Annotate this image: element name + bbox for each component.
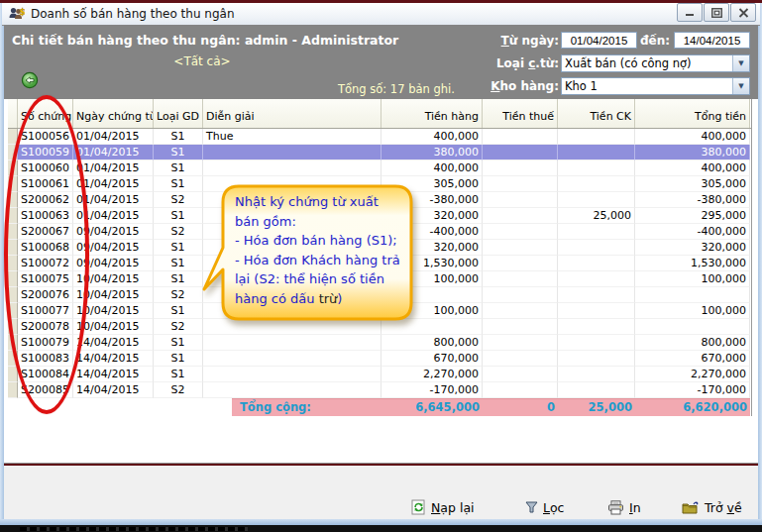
cell-discount [558,351,635,367]
chevron-down-icon: ▼ [732,55,749,71]
cell-type: S1 [154,335,203,351]
svg-text:$: $ [20,7,26,17]
cell-desc: Thue [203,129,381,145]
to-date-input[interactable] [674,32,750,49]
cell-total: -400,000 [635,224,750,240]
close-icon [738,8,749,18]
cell-tax [483,145,558,160]
chevron-down-icon: ▼ [732,78,749,94]
cell-discount [558,319,635,335]
cell-total: 305,000 [635,176,750,192]
close-button[interactable] [730,3,756,22]
back-circle-button[interactable] [21,71,39,89]
cell-total: 100,000 [635,271,750,287]
total-tax: 0 [483,399,558,416]
cell-tax [483,208,558,224]
cell-type: S1 [154,129,203,145]
doc-type-label: Loại c.từ: [470,56,559,70]
total-row: Tổng cộng: 6,645,000 0 25,000 6,620,000 [8,398,751,416]
cell-type: S1 [154,145,203,160]
cell-total: 380,000 [635,145,750,160]
table-row[interactable]: S10006001/04/2015S1400,000400,000 [8,160,751,176]
column-header-tax[interactable]: Tiền thuế [483,99,558,128]
cell-amount: 400,000 [381,129,483,145]
from-date-input[interactable] [561,32,637,49]
cell-total: 400,000 [635,160,750,176]
cell-tax [483,351,558,367]
callout-annotation: Nhật ký chứng từ xuấtbán gồm:- Hóa đơn b… [193,180,419,331]
cell-discount: 25,000 [558,208,635,224]
doc-type-select[interactable]: Xuất bán (có công nợ) ▼ [561,54,750,72]
highlight-ellipse-annotation [4,95,89,414]
cell-total [635,287,750,303]
column-header-type[interactable]: Loại GD [154,99,203,128]
cell-date: 01/04/2015 [73,160,154,176]
column-header-date[interactable]: Ngày chứng từ [73,99,154,128]
title-bar: $ Doanh số bán hàng theo thu ngân [2,3,760,26]
cell-date: 14/04/2015 [73,367,154,382]
cell-total: 1,530,000 [635,256,750,271]
cell-type: S1 [154,367,203,382]
table-row[interactable]: S10008414/04/2015S12,270,0002,270,000 [8,367,751,382]
cell-desc [203,335,381,351]
cell-discount [558,382,635,398]
from-date-label: Từ ngày: [470,34,559,48]
reload-button[interactable]: Nạp lại [411,498,475,516]
restore-button[interactable] [704,3,729,22]
window-frame-right [758,3,762,525]
cell-tax [483,319,558,335]
total-label: Tổng cộng: [232,399,381,416]
cell-amount: 380,000 [381,145,483,160]
cell-tax [483,382,558,398]
cell-discount [558,240,635,256]
table-row[interactable]: S10005601/04/2015S1Thue400,000400,000 [8,129,751,145]
cell-discount [558,224,635,240]
button-bar: Nạp lại Lọc In Trở về [4,466,758,519]
cell-total: -380,000 [635,192,750,208]
row-selector-cell [8,382,18,398]
total-total: 6,620,000 [635,399,750,416]
cell-tax [483,240,558,256]
total-discount: 25,000 [558,399,635,416]
cell-total: 320,000 [635,240,750,256]
cell-total: 670,000 [635,351,750,367]
print-button[interactable]: In [607,498,641,516]
table-header-row: Số chứng từ Ngày chứng từ Loại GD Diễn g… [8,99,751,129]
total-amount: 6,645,000 [381,399,483,416]
column-header-total[interactable]: Tổng tiền [635,99,750,128]
table-row[interactable]: S10005901/04/2015S1380,000380,000 [8,145,751,160]
cell-amount: 2,270,000 [381,367,483,382]
column-header-desc[interactable]: Diễn giải [203,99,381,128]
window-controls [677,3,756,22]
record-count: Tổng số: 17 bản ghi. [338,82,455,96]
cell-total: 800,000 [635,335,750,351]
column-header-discount[interactable]: Tiền CK [558,99,635,128]
cell-amount: 670,000 [381,351,483,367]
cell-amount: 400,000 [381,160,483,176]
warehouse-select[interactable]: Kho 1 ▼ [561,77,750,95]
cell-type: S1 [154,351,203,367]
cell-total: -170,000 [635,382,750,398]
minimize-button[interactable] [677,3,703,22]
filter-icon [525,501,538,514]
cell-discount [558,287,635,303]
cell-tax [483,271,558,287]
filter-button[interactable]: Lọc [525,498,565,516]
cell-tax [483,287,558,303]
table-row[interactable]: S10008314/04/2015S1670,000670,000 [8,351,751,367]
callout-text: Nhật ký chứng từ xuấtbán gồm:- Hóa đơn b… [235,192,411,308]
cell-tax [483,192,558,208]
cell-amount: -170,000 [381,382,483,398]
folder-icon [682,500,700,515]
cell-tax [483,176,558,192]
cell-discount [558,335,635,351]
cell-tax [483,303,558,319]
cell-discount [558,192,635,208]
table-row[interactable]: S20008514/04/2015S2-170,000-170,000 [8,382,751,398]
table-row[interactable]: S10007914/04/2015S1800,000800,000 [8,335,751,351]
back-button[interactable]: Trở về [682,498,742,516]
column-header-amount[interactable]: Tiền hàng [381,99,483,128]
cell-desc [203,367,381,382]
cell-discount [558,129,635,145]
cell-desc [203,160,381,176]
